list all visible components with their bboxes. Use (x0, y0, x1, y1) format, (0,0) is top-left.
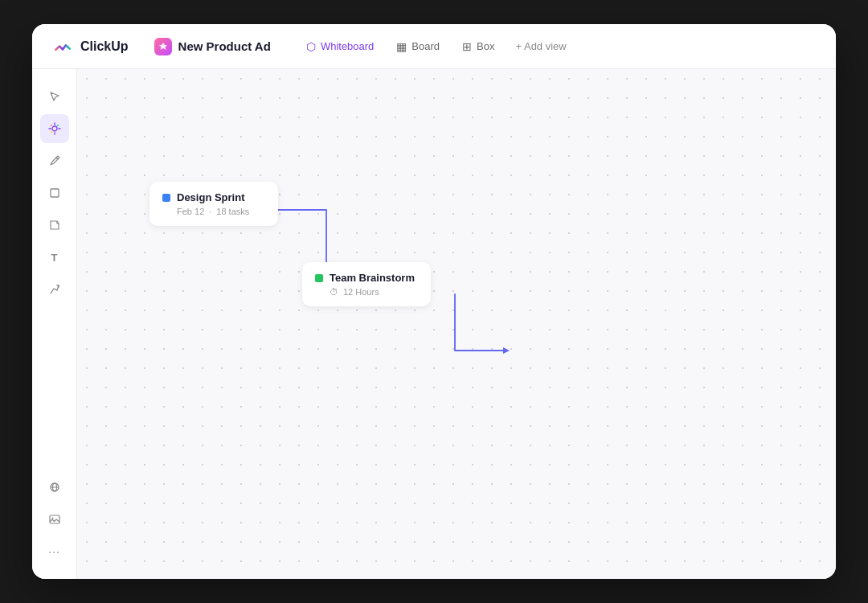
header: ClickUp New Product Ad ⬡ Whiteboard ▦ Bo… (32, 24, 836, 69)
team-brainstorm-meta: ⏱ 12 Hours (315, 287, 418, 297)
pen-tool[interactable] (40, 146, 69, 175)
whiteboard-label: Whiteboard (321, 40, 374, 52)
svg-point-1 (51, 125, 52, 126)
design-sprint-tasks: 18 tasks (216, 207, 249, 216)
nav-board[interactable]: ▦ Board (387, 35, 449, 58)
team-brainstorm-color-dot (315, 274, 323, 282)
box-label: Box (477, 40, 494, 52)
team-brainstorm-title: Team Brainstorm (315, 272, 418, 284)
image-tool[interactable] (40, 505, 69, 534)
svg-marker-10 (503, 347, 510, 354)
svg-point-3 (51, 131, 52, 133)
svg-point-8 (51, 518, 53, 519)
team-brainstorm-hours: 12 Hours (343, 287, 379, 297)
embed-tool[interactable] (40, 473, 69, 502)
whiteboard-icon: ⬡ (306, 40, 316, 53)
box-icon: ⊞ (462, 40, 472, 53)
arrows-svg (77, 69, 836, 579)
note-tool[interactable] (40, 211, 69, 240)
cursor-tool[interactable] (40, 82, 69, 111)
design-sprint-title: Design Sprint (162, 191, 265, 203)
design-sprint-meta: Feb 12 · 18 tasks (162, 207, 265, 216)
draw-tool[interactable] (40, 114, 69, 143)
left-toolbar: T ··· (32, 69, 77, 579)
main-area: T ··· (32, 69, 836, 579)
project-icon (154, 38, 172, 55)
design-sprint-card[interactable]: Design Sprint Feb 12 · 18 tasks (149, 182, 278, 226)
svg-point-0 (52, 126, 57, 131)
nav-whiteboard[interactable]: ⬡ Whiteboard (297, 35, 383, 58)
svg-rect-7 (50, 515, 59, 523)
logo-text: ClickUp (80, 39, 129, 54)
team-brainstorm-card[interactable]: Team Brainstorm ⏱ 12 Hours (302, 262, 431, 306)
connector-tool[interactable] (40, 275, 69, 304)
nav-box[interactable]: ⊞ Box (452, 35, 504, 58)
text-tool[interactable]: T (40, 243, 69, 272)
app-container: ClickUp New Product Ad ⬡ Whiteboard ▦ Bo… (32, 24, 836, 579)
whiteboard-canvas[interactable]: Design Sprint Feb 12 · 18 tasks Team Bra… (77, 69, 836, 579)
board-icon: ▦ (396, 40, 407, 53)
clock-icon: ⏱ (330, 287, 338, 297)
svg-point-2 (57, 125, 59, 126)
project-name-container[interactable]: New Product Ad (154, 38, 271, 55)
more-tool[interactable]: ··· (40, 537, 69, 566)
add-view-label: + Add view (515, 40, 566, 52)
board-label: Board (411, 40, 440, 52)
project-title: New Product Ad (178, 39, 271, 53)
design-sprint-date: Feb 12 (177, 207, 204, 216)
logo[interactable]: ClickUp (51, 35, 129, 58)
svg-rect-4 (51, 189, 59, 197)
design-sprint-color-dot (162, 194, 170, 202)
add-view-button[interactable]: + Add view (507, 35, 574, 57)
header-nav: ⬡ Whiteboard ▦ Board ⊞ Box + Add view (297, 35, 575, 58)
rectangle-tool[interactable] (40, 178, 69, 207)
